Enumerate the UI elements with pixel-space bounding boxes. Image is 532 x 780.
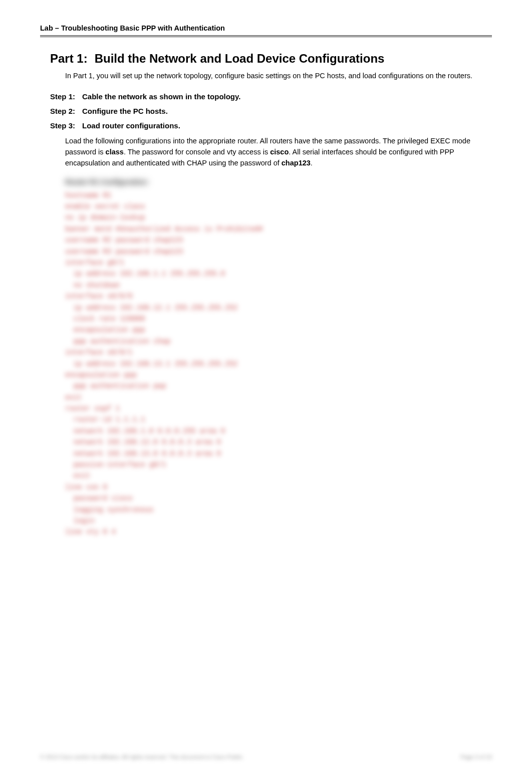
step2-label: Step 2: — [50, 107, 75, 115]
config-line: interface s0/0/0 — [65, 291, 492, 302]
blurred-heading: Router R1 Configuration: — [65, 176, 492, 187]
config-line: username R3 password chap123 — [65, 246, 492, 257]
config-line: interface s0/0/1 — [65, 347, 492, 358]
step3-body: Load the following configurations into t… — [40, 136, 492, 168]
part-title-text: Build the Network and Load Device Config… — [95, 52, 385, 66]
config-line: ppp authentication chap — [65, 336, 492, 347]
step1-title: Step 1: Cable the network as shown in th… — [40, 92, 492, 101]
config-line: no shutdown — [65, 280, 492, 291]
config-line: exit — [65, 470, 492, 481]
footer-right: Page 3 of 10 — [461, 754, 492, 760]
config-line: network 192.168.12.0 0.0.0.3 area 0 — [65, 437, 492, 448]
s3-mid1: . The password for console and vty acces… — [124, 148, 270, 156]
s3-b1: class — [106, 148, 124, 156]
config-line: network 192.168.13.0 0.0.0.3 area 0 — [65, 448, 492, 459]
config-line: router ospf 1 — [65, 403, 492, 414]
step1-text: Cable the network as shown in the topolo… — [82, 92, 240, 101]
page-footer: © 2013 Cisco and/or its affiliates. All … — [40, 754, 492, 760]
step1-label: Step 1: — [50, 92, 75, 101]
config-line: network 192.168.1.0 0.0.0.255 area 0 — [65, 426, 492, 437]
step3-text: Load router configurations. — [82, 121, 180, 130]
config-line: hostname R1 — [65, 190, 492, 201]
footer-left: © 2013 Cisco and/or its affiliates. All … — [40, 754, 244, 760]
config-line: encapsulation ppp — [65, 369, 492, 380]
config-line: enable secret class — [65, 201, 492, 212]
step2-title: Step 2: Configure the PC hosts. — [40, 107, 492, 115]
blurred-config: Router R1 Configuration: hostname R1enab… — [40, 176, 492, 538]
step2-text: Configure the PC hosts. — [82, 107, 168, 115]
config-line: ppp authentication pap — [65, 380, 492, 392]
config-line: ip address 192.168.13.1 255.255.255.252 — [65, 358, 492, 369]
config-line: username R2 password chap123 — [65, 235, 492, 246]
config-line: line vty 0 4 — [65, 526, 492, 537]
header-rule — [40, 35, 492, 38]
part-label: Part 1: — [50, 52, 88, 66]
config-line: router-id 1.1.1.1 — [65, 414, 492, 425]
running-header: Lab – Troubleshooting Basic PPP with Aut… — [40, 24, 492, 35]
part-intro: In Part 1, you will set up the network t… — [40, 71, 492, 81]
part-title: Part 1: Build the Network and Load Devic… — [40, 52, 492, 66]
config-line: password cisco — [65, 493, 492, 504]
config-line: no ip domain-lookup — [65, 212, 492, 223]
config-line: encapsulation ppp — [65, 324, 492, 335]
config-line: login — [65, 515, 492, 526]
config-line: line con 0 — [65, 482, 492, 493]
s3-b3: chap123 — [282, 159, 311, 167]
config-line: exit — [65, 392, 492, 403]
step3-title: Step 3: Load router configurations. — [40, 121, 492, 130]
config-line: logging synchronous — [65, 504, 492, 515]
s3-b2: cisco — [270, 148, 289, 156]
config-line: interface g0/1 — [65, 257, 492, 268]
step3-label: Step 3: — [50, 121, 75, 130]
config-line: ip address 192.168.1.1 255.255.255.0 — [65, 268, 492, 279]
config-line: ip address 192.168.12.1 255.255.255.252 — [65, 302, 492, 313]
config-line: banner motd #Unauthorized Access is Proh… — [65, 224, 492, 235]
config-line: passive-interface g0/1 — [65, 459, 492, 470]
config-line: clock rate 128000 — [65, 313, 492, 324]
s3-post: . — [311, 159, 313, 167]
